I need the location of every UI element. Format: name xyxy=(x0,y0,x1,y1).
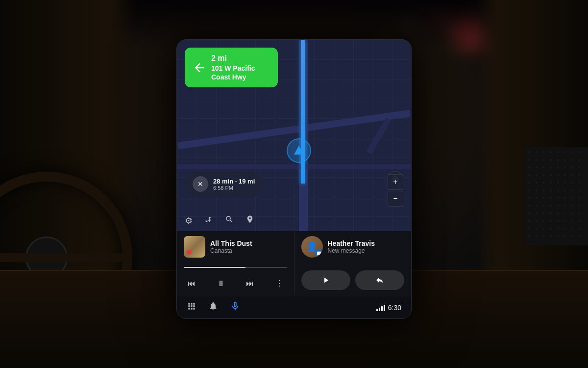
track-name: All This Dust xyxy=(210,239,287,247)
settings-icon[interactable]: ⚙ xyxy=(185,215,193,226)
trip-info-card: ✕ 28 min · 19 mi 6:58 PM xyxy=(185,171,263,197)
contact-avatar: 👤 xyxy=(301,236,323,258)
play-message-button[interactable] xyxy=(301,270,350,290)
zoom-out-button[interactable]: − xyxy=(388,191,403,207)
nav-street-1: 101 W Pacific xyxy=(211,64,255,73)
zoom-in-button[interactable]: + xyxy=(388,174,403,190)
nav-icon-group xyxy=(187,301,241,314)
trip-details: 28 min · 19 mi 6:58 PM xyxy=(213,178,255,191)
music-info: All This Dust Canasta xyxy=(184,236,287,258)
progress-fill xyxy=(184,267,245,268)
trip-duration: 28 min · 19 mi xyxy=(213,178,255,185)
prev-track-button[interactable]: ⏮ xyxy=(186,277,197,290)
speaker-grille: // Render speaker dots document.currentS… xyxy=(524,147,588,245)
apps-icon[interactable] xyxy=(187,301,196,314)
message-text: Heather Travis New message xyxy=(328,239,375,254)
trip-eta: 6:58 PM xyxy=(213,185,255,191)
next-track-button[interactable]: ⏭ xyxy=(244,277,256,290)
bottom-nav-bar: 6:30 xyxy=(177,295,411,319)
nav-arrow-circle xyxy=(287,138,311,163)
map-controls-bar: ⚙ xyxy=(185,215,254,226)
message-panel: 👤 Heather Travis New message xyxy=(294,231,412,295)
signal-icon xyxy=(376,304,385,311)
message-badge xyxy=(315,250,323,258)
nav-instruction-card: 2 mi 101 W Pacific Coast Hwy xyxy=(185,48,278,87)
clock-display: 6:30 xyxy=(388,304,401,312)
message-preview: New message xyxy=(328,247,375,254)
zoom-controls: + − xyxy=(388,174,403,207)
contact-name: Heather Travis xyxy=(328,239,375,247)
notifications-icon[interactable] xyxy=(208,301,218,314)
reply-message-button[interactable] xyxy=(355,270,404,290)
more-options-button[interactable]: ⋮ xyxy=(273,277,285,290)
message-info: 👤 Heather Travis New message xyxy=(301,236,405,258)
album-art xyxy=(184,236,205,258)
music-panel[interactable]: All This Dust Canasta ⏮ ⏸ ⏭ ⋮ xyxy=(177,231,294,295)
nav-instruction-text: 2 mi 101 W Pacific Coast Hwy xyxy=(211,53,255,81)
map-area[interactable]: 2 mi 101 W Pacific Coast Hwy ✕ 28 min · … xyxy=(177,40,411,231)
message-actions xyxy=(301,270,405,290)
pin-icon[interactable] xyxy=(245,215,254,226)
bottom-panels: All This Dust Canasta ⏮ ⏸ ⏭ ⋮ 👤 xyxy=(177,231,411,295)
nav-arrow-inner xyxy=(294,146,304,155)
search-icon[interactable] xyxy=(225,215,234,226)
map-road-horizontal-2 xyxy=(177,164,411,169)
track-info: All This Dust Canasta xyxy=(210,239,287,254)
nav-distance: 2 mi xyxy=(211,53,255,64)
turn-arrow-icon xyxy=(193,61,206,75)
close-trip-button[interactable]: ✕ xyxy=(193,176,208,192)
car-position-indicator xyxy=(287,138,311,163)
status-bar: 6:30 xyxy=(376,304,401,312)
android-auto-screen: 2 mi 101 W Pacific Coast Hwy ✕ 28 min · … xyxy=(176,39,412,319)
alt-route-icon[interactable] xyxy=(204,215,213,226)
nav-street-2: Coast Hwy xyxy=(211,73,255,81)
progress-bar xyxy=(184,267,287,268)
microphone-icon[interactable] xyxy=(230,301,241,314)
pause-button[interactable]: ⏸ xyxy=(215,277,227,290)
artist-name: Canasta xyxy=(210,247,287,254)
music-controls: ⏮ ⏸ ⏭ ⋮ xyxy=(184,277,287,290)
